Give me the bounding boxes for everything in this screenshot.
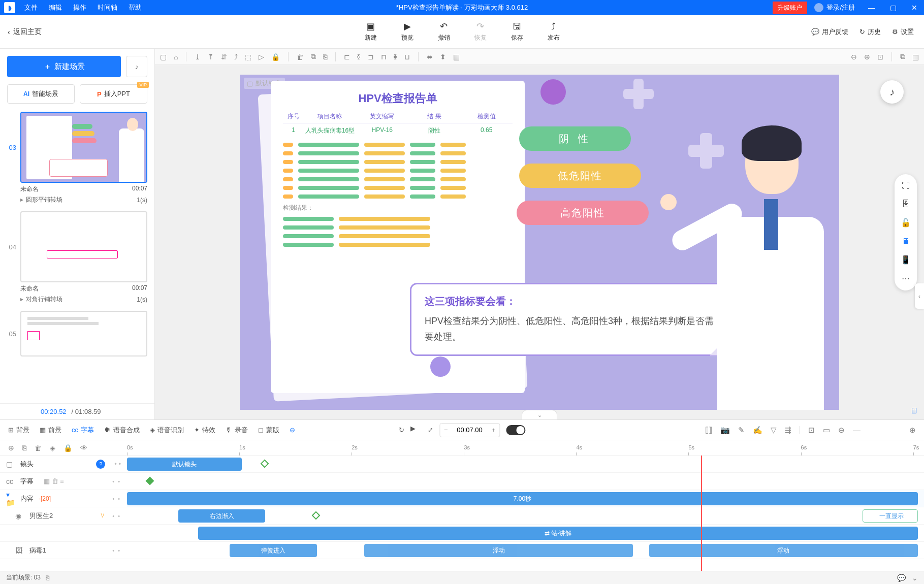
clip-stay[interactable]: 一直显示 xyxy=(863,509,918,523)
music-fab[interactable]: ♪ xyxy=(880,80,904,104)
redo-button[interactable]: ↷恢复 xyxy=(474,21,487,42)
bracket-icon[interactable]: ⟦⟧ xyxy=(705,426,712,435)
music-button[interactable]: ♪ xyxy=(126,56,147,77)
tab-background[interactable]: ⊞背景 xyxy=(8,426,29,435)
trash-icon[interactable]: 🗑 xyxy=(297,53,304,61)
upgrade-button[interactable]: 升级账户 xyxy=(773,2,807,14)
ai-scene-button[interactable]: AI智能场景 xyxy=(7,84,75,104)
menu-file[interactable]: 文件 xyxy=(24,3,38,12)
zoom-out-icon[interactable]: ⊖ xyxy=(851,53,857,61)
scene-thumbnail[interactable] xyxy=(20,112,147,183)
tab-foreground[interactable]: ▦前景 xyxy=(40,426,61,435)
add-track-icon[interactable]: ⊕ xyxy=(8,444,14,452)
eye-icon[interactable]: 👁 xyxy=(80,444,87,452)
menu-help[interactable]: 帮助 xyxy=(129,3,142,12)
feedback-link[interactable]: 💬用户反馈 xyxy=(811,27,848,37)
panel-collapse-right[interactable]: ‹ xyxy=(915,283,924,309)
clip-enter[interactable]: 右边渐入 xyxy=(178,509,265,523)
menu-edit[interactable]: 编辑 xyxy=(49,3,62,12)
display-icon[interactable]: 🖥 xyxy=(910,406,918,415)
folder-icon[interactable]: ▾ 📁 xyxy=(6,491,15,507)
filter-icon[interactable]: ▽ xyxy=(771,426,777,435)
clip-enter[interactable]: 弹簧进入 xyxy=(230,544,316,557)
monitor-icon[interactable]: 🖥 xyxy=(902,237,910,246)
keyframe[interactable] xyxy=(260,460,269,468)
phone-icon[interactable]: 📱 xyxy=(901,255,911,265)
tab-fx[interactable]: ✦特效 xyxy=(194,426,215,435)
fit-icon[interactable]: ⊡ xyxy=(877,53,883,61)
copy-icon[interactable]: ⧉ xyxy=(900,52,905,61)
replay-icon[interactable]: ↻ xyxy=(399,426,404,434)
align-bottom-icon[interactable]: ⤓ xyxy=(195,53,201,61)
content-clip[interactable]: 7.00秒 xyxy=(127,492,918,505)
stage[interactable]: ▢默认镜头 HPV检查报告单 序号项目名称英文缩写结 果检测值 1人乳头瘤病毒1… xyxy=(240,75,839,410)
history-link[interactable]: ↻历史 xyxy=(859,27,881,37)
time-input[interactable] xyxy=(452,426,488,434)
clip-float[interactable]: 浮动 xyxy=(364,544,633,557)
track-out-icon[interactable]: ⎘ xyxy=(22,444,26,452)
speech-bubble[interactable]: 这三项指标要会看： HPV检查结果分为阴性、低危阳性、高危阳性3种，根据结果判断… xyxy=(410,283,735,356)
play-button[interactable]: ▶ xyxy=(410,425,422,436)
preview-button[interactable]: ▶预览 xyxy=(401,21,413,42)
zoom-slider-icon[interactable]: — xyxy=(853,426,861,434)
tab-asr[interactable]: ◈语音识别 xyxy=(150,426,184,435)
briefcase-icon[interactable]: 🗄 xyxy=(902,200,910,209)
playhead[interactable] xyxy=(701,456,702,571)
unlock-icon[interactable]: 🔓 xyxy=(901,218,911,228)
route-icon[interactable]: ⇶ xyxy=(785,426,791,435)
toggle-switch[interactable] xyxy=(506,425,525,435)
back-button[interactable]: ‹ 返回主页 xyxy=(0,27,49,37)
pill-negative[interactable]: 阴 性 xyxy=(519,126,631,151)
layers-icon[interactable]: ▥ xyxy=(912,53,919,61)
transition-row[interactable]: ▸圆形平铺转场1(s) xyxy=(6,194,147,207)
lock-track-icon[interactable]: 🔒 xyxy=(63,444,72,452)
new-scene-button[interactable]: ＋ 新建场景 xyxy=(7,56,121,77)
doctor-character[interactable] xyxy=(697,125,839,410)
undo-button[interactable]: ↶撤销 xyxy=(438,21,450,42)
menu-action[interactable]: 操作 xyxy=(73,3,86,12)
lock-icon[interactable]: 🔒 xyxy=(271,53,280,61)
tab-subtitle[interactable]: cc字幕 xyxy=(72,426,94,435)
fullscreen-icon[interactable]: ⛶ xyxy=(902,181,910,190)
time-plus[interactable]: + xyxy=(488,426,500,434)
insert-ppt-button[interactable]: P插入PPTVIP xyxy=(80,84,147,104)
pill-low-risk[interactable]: 低危阳性 xyxy=(519,164,641,188)
save-button[interactable]: 🖫保存 xyxy=(511,21,523,42)
minimize-button[interactable]: — xyxy=(862,0,881,15)
crop-icon[interactable]: ⊡ xyxy=(808,426,815,435)
tab-tts[interactable]: 🗣语音合成 xyxy=(104,426,140,435)
publish-button[interactable]: ⤴发布 xyxy=(548,21,560,42)
home-icon[interactable]: ⌂ xyxy=(174,53,178,61)
ratio-icon[interactable]: ▭ xyxy=(823,426,830,435)
clip-action[interactable]: ⇄ 站-讲解 xyxy=(198,527,918,540)
camera-clip[interactable]: 默认镜头 xyxy=(127,458,242,471)
scene-thumbnail[interactable] xyxy=(20,311,147,356)
menu-timeline[interactable]: 时间轴 xyxy=(98,3,117,12)
zoom-in-tl-icon[interactable]: ⊕ xyxy=(909,426,916,435)
transition-row[interactable]: ▸对角行铺转场1(s) xyxy=(6,294,147,307)
ruler[interactable]: 0s 1s 2s 3s 4s 5s 6s 7s xyxy=(127,444,918,456)
keyframe[interactable] xyxy=(145,477,154,485)
keyframe[interactable] xyxy=(311,511,320,520)
track-del-icon[interactable]: 🗑 xyxy=(35,444,42,452)
scene-thumbnail[interactable] xyxy=(20,211,147,282)
settings-link[interactable]: ⚙设置 xyxy=(892,27,914,37)
time-minus[interactable]: − xyxy=(440,426,452,434)
edit-icon[interactable]: ✎ xyxy=(738,426,745,435)
clip-float[interactable]: 浮动 xyxy=(649,544,918,557)
fold-status-icon[interactable]: ⌄ xyxy=(912,574,918,582)
marker-icon[interactable]: ◈ xyxy=(50,444,55,452)
camera-snap-icon[interactable]: 📷 xyxy=(720,426,730,435)
more-icon[interactable]: ⋯ xyxy=(902,274,910,283)
tab-record[interactable]: 🎙录音 xyxy=(226,426,248,435)
login-button[interactable]: 登录/注册 xyxy=(809,3,860,12)
new-button[interactable]: ▣新建 xyxy=(365,21,377,42)
help-icon[interactable]: ? xyxy=(96,460,105,469)
zoom-out-tl-icon[interactable]: ⊖ xyxy=(838,426,845,435)
more-round-icon[interactable]: ⊖ xyxy=(290,426,295,434)
pill-high-risk[interactable]: 高危阳性 xyxy=(517,201,649,225)
compose-icon[interactable]: ✍ xyxy=(753,426,762,435)
tab-mask[interactable]: ◻蒙版 xyxy=(258,426,279,435)
expand-icon[interactable]: ⤢ xyxy=(428,426,433,434)
chat-status-icon[interactable]: 💬 xyxy=(897,574,906,582)
